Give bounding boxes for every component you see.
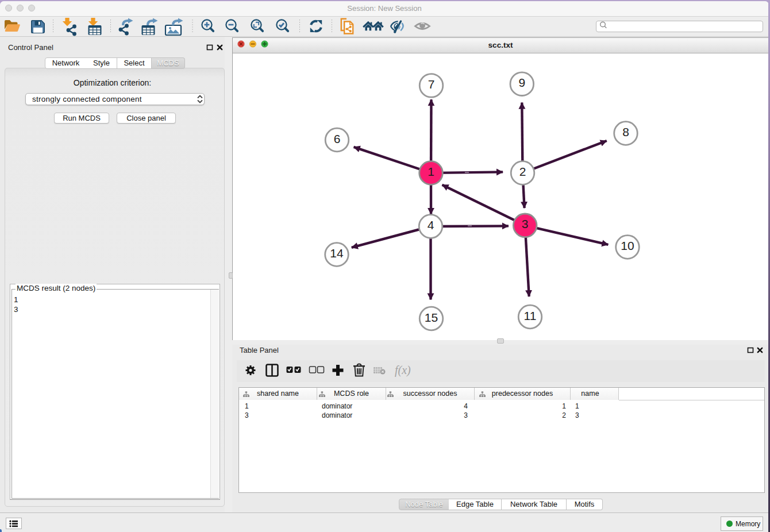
svg-text:1: 1 — [428, 165, 434, 178]
svg-text:11: 11 — [524, 309, 537, 322]
svg-text:3: 3 — [522, 217, 529, 230]
svg-text:f(x): f(x) — [395, 364, 411, 377]
svg-text:7: 7 — [428, 78, 435, 91]
svg-text:2: 2 — [519, 165, 526, 178]
svg-text:4: 4 — [428, 218, 434, 232]
svg-text:8: 8 — [622, 125, 629, 138]
svg-text:9: 9 — [518, 76, 525, 89]
svg-text:15: 15 — [425, 311, 438, 324]
svg-text:14: 14 — [330, 246, 344, 260]
svg-text:10: 10 — [621, 239, 634, 252]
svg-text:6: 6 — [334, 132, 341, 145]
